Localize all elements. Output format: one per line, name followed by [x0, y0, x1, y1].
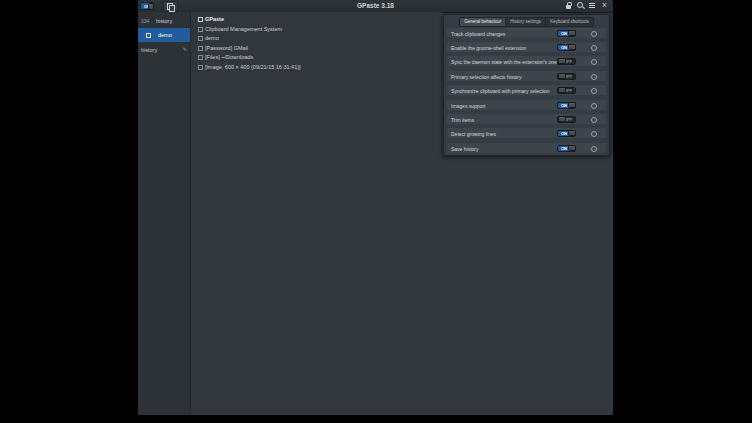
tab-general-behaviour[interactable]: General behaviour — [459, 17, 506, 27]
setting-row-primary-selection-affects-history: Primary selection affects history OFF — [447, 71, 606, 81]
setting-row-synchronize-clipboard-primary: Synchronize clipboard with primary selec… — [447, 85, 606, 95]
tab-keyboard-shortcuts[interactable]: Keyboard shortcuts — [546, 17, 594, 27]
setting-row-enable-gnome-shell-extension: Enable the gnome-shell extension ON — [447, 42, 606, 52]
clipboard-item[interactable]: [Password] GMail — [191, 43, 443, 52]
setting-row-detect-growing-lines: Detect growing lines ON — [447, 128, 606, 138]
setting-label: Sync the daemon state with the extension… — [451, 59, 557, 65]
switch-sync-daemon-state[interactable]: OFF — [557, 58, 576, 65]
switch-enable-gnome-shell-extension[interactable]: ON — [557, 44, 576, 51]
clipboard-item[interactable]: [Image, 600 × 400 (09/21/15 16:31:41)] — [191, 62, 443, 71]
close-icon[interactable]: × — [600, 1, 609, 10]
switch-label: ON — [561, 45, 567, 50]
new-history-value: history — [141, 47, 157, 53]
reset-setting-icon[interactable] — [591, 45, 597, 51]
switch-label: ON — [561, 131, 567, 136]
window-title: GPaste 3.18 — [138, 2, 613, 9]
new-history-entry[interactable]: history ✎ — [138, 43, 190, 55]
switch-trim-items[interactable]: OFF — [557, 116, 576, 123]
switch-knob — [568, 102, 576, 108]
item-icon — [198, 46, 203, 51]
reset-setting-icon[interactable] — [591, 103, 597, 109]
item-icon — [198, 65, 203, 70]
item-icon — [198, 27, 203, 32]
item-text: [Files] ~/Downloads — [205, 54, 253, 60]
switch-synchronize-clipboard-primary[interactable]: OFF — [557, 87, 576, 94]
switch-knob — [568, 44, 576, 50]
switch-track-clipboard-changes[interactable]: ON — [557, 30, 576, 37]
switch-knob — [568, 130, 576, 136]
history-icon — [146, 33, 151, 38]
switch-primary-selection-affects-history[interactable]: OFF — [557, 73, 576, 80]
history-row-history[interactable]: 134 history — [138, 14, 190, 27]
switch-knob — [558, 58, 566, 64]
reset-setting-icon[interactable] — [591, 117, 597, 123]
item-icon — [198, 17, 203, 22]
clipboard-items-list: GPaste Clipboard Management System demo … — [191, 12, 443, 415]
switch-images-support[interactable]: ON — [557, 102, 576, 109]
reset-setting-icon[interactable] — [591, 146, 597, 152]
setting-row-save-history: Save history ON — [447, 143, 606, 153]
setting-label: Synchronize clipboard with primary selec… — [451, 88, 550, 94]
setting-label: Images support — [451, 103, 485, 109]
search-icon[interactable] — [576, 1, 585, 10]
history-row-demo[interactable]: demo — [138, 28, 190, 42]
edit-icon: ✎ — [183, 46, 187, 52]
setting-label: Detect growing lines — [451, 131, 496, 137]
gpaste-window: ON GPaste 3.18 × 134 history demo histor… — [138, 0, 613, 415]
tab-history-settings[interactable]: History settings — [506, 17, 546, 27]
switch-knob — [558, 116, 566, 122]
setting-label: Save history — [451, 146, 479, 152]
settings-tabs: General behaviour History settings Keybo… — [444, 17, 609, 27]
switch-knob — [568, 145, 576, 151]
setting-row-track-clipboard-changes: Track clipboard changes ON — [447, 28, 606, 38]
clipboard-item[interactable]: demo — [191, 33, 443, 42]
item-icon — [198, 36, 203, 41]
item-text: demo — [205, 35, 219, 41]
clipboard-item[interactable]: GPaste — [191, 14, 443, 23]
item-text: GPaste — [205, 16, 224, 22]
menu-icon[interactable] — [588, 1, 597, 10]
history-name: demo — [158, 32, 172, 38]
history-count: 134 — [141, 18, 149, 24]
switch-save-history[interactable]: ON — [557, 145, 576, 152]
reset-setting-icon[interactable] — [591, 31, 597, 37]
lock-icon[interactable] — [564, 1, 573, 10]
setting-row-trim-items: Trim items OFF — [447, 114, 606, 124]
switch-label: ON — [561, 146, 567, 151]
clipboard-item[interactable]: Clipboard Management System — [191, 24, 443, 33]
reset-setting-icon[interactable] — [591, 74, 597, 80]
item-icon — [198, 55, 203, 60]
history-name: history — [156, 18, 172, 24]
switch-knob — [558, 87, 566, 93]
item-text: Clipboard Management System — [205, 26, 282, 32]
setting-label: Enable the gnome-shell extension — [451, 45, 526, 51]
setting-label: Trim items — [451, 117, 474, 123]
reset-setting-icon[interactable] — [591, 88, 597, 94]
reset-setting-icon[interactable] — [591, 59, 597, 65]
setting-label: Primary selection affects history — [451, 74, 522, 80]
setting-row-sync-daemon-state: Sync the daemon state with the extension… — [447, 56, 606, 66]
switch-knob — [558, 73, 566, 79]
switch-detect-growing-lines[interactable]: ON — [557, 130, 576, 137]
desktop: { "window": { "title": "GPaste 3.18" }, … — [0, 0, 752, 423]
histories-sidebar: 134 history demo history ✎ — [138, 12, 191, 415]
switch-knob — [568, 30, 576, 36]
settings-panel: General behaviour History settings Keybo… — [443, 14, 610, 156]
reset-setting-icon[interactable] — [591, 131, 597, 137]
setting-label: Track clipboard changes — [451, 31, 505, 37]
item-text: [Password] GMail — [205, 45, 248, 51]
switch-label: ON — [561, 103, 567, 108]
switch-label: ON — [561, 31, 567, 36]
item-text: [Image, 600 × 400 (09/21/15 16:31:41)] — [205, 64, 301, 70]
clipboard-item[interactable]: [Files] ~/Downloads — [191, 52, 443, 61]
setting-row-images-support: Images support ON — [447, 100, 606, 110]
